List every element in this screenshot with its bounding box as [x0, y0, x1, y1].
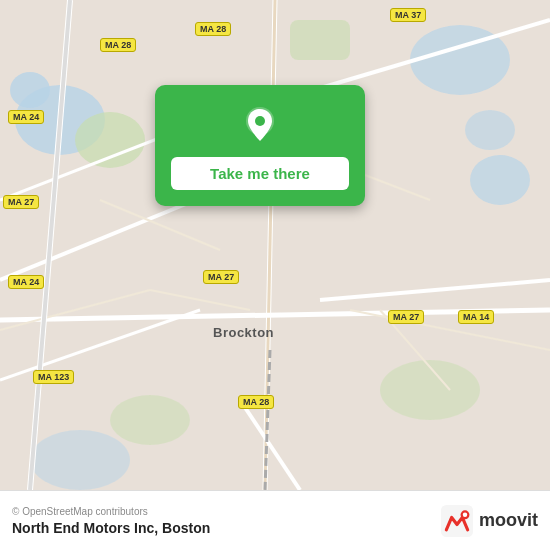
- road-badge-ma37: MA 37: [390, 8, 426, 22]
- svg-point-6: [30, 430, 130, 490]
- road-badge-ma28-top: MA 28: [195, 22, 231, 36]
- svg-point-7: [75, 112, 145, 168]
- svg-point-4: [470, 155, 530, 205]
- moovit-logo[interactable]: moovit: [441, 505, 538, 537]
- location-title: North End Motors Inc, Boston: [12, 520, 210, 536]
- take-me-there-button[interactable]: Take me there: [171, 157, 349, 190]
- svg-point-30: [255, 116, 265, 126]
- moovit-icon-svg: [441, 505, 473, 537]
- svg-point-10: [110, 395, 190, 445]
- road-badge-ma28-left: MA 28: [100, 38, 136, 52]
- svg-rect-31: [441, 505, 473, 537]
- svg-point-5: [465, 110, 515, 150]
- popup-card: Take me there: [155, 85, 365, 206]
- city-label: Brockton: [213, 325, 274, 340]
- road-badge-ma24-1: MA 24: [8, 110, 44, 124]
- svg-point-2: [10, 72, 50, 108]
- map-container: MA 37 MA 28 MA 28 MA 24 MA 27 MA 24 MA 2…: [0, 0, 550, 490]
- copyright-text: © OpenStreetMap contributors: [12, 506, 210, 517]
- bottom-left: © OpenStreetMap contributors North End M…: [12, 506, 210, 536]
- road-badge-ma27-2: MA 27: [203, 270, 239, 284]
- road-badge-ma27-3: MA 27: [388, 310, 424, 324]
- road-badge-ma27-1: MA 27: [3, 195, 39, 209]
- road-badge-ma123: MA 123: [33, 370, 74, 384]
- map-svg: [0, 0, 550, 490]
- bottom-bar: © OpenStreetMap contributors North End M…: [0, 490, 550, 550]
- moovit-text: moovit: [479, 510, 538, 531]
- road-badge-ma28-bottom: MA 28: [238, 395, 274, 409]
- road-badge-ma24-2: MA 24: [8, 275, 44, 289]
- location-pin-icon: [238, 103, 282, 147]
- svg-point-33: [463, 512, 467, 516]
- svg-point-9: [380, 360, 480, 420]
- road-badge-ma14: MA 14: [458, 310, 494, 324]
- svg-rect-8: [290, 20, 350, 60]
